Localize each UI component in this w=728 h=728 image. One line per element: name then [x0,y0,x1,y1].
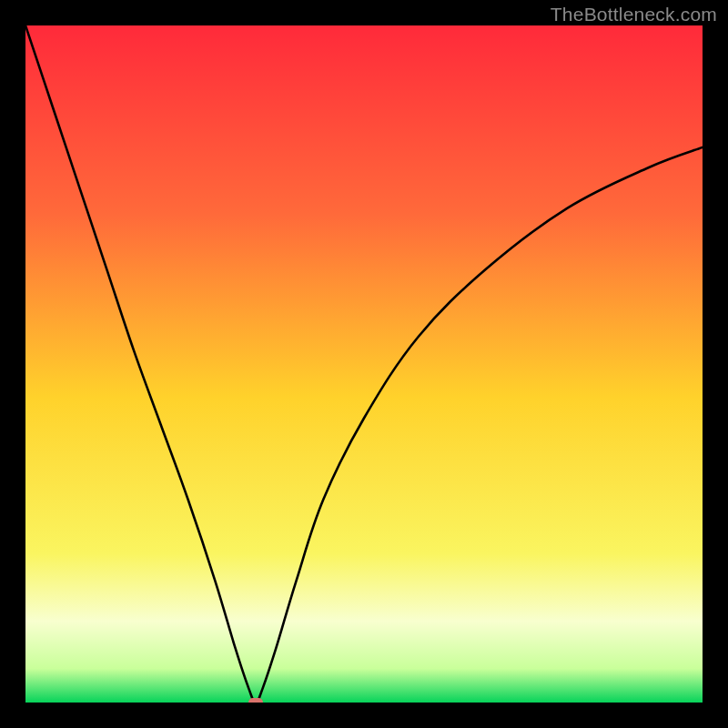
chart-frame: TheBottleneck.com [0,0,728,728]
watermark-text: TheBottleneck.com [551,4,717,25]
plot-area [25,25,703,703]
notch-marker [248,698,263,703]
bottleneck-curve [25,25,703,703]
